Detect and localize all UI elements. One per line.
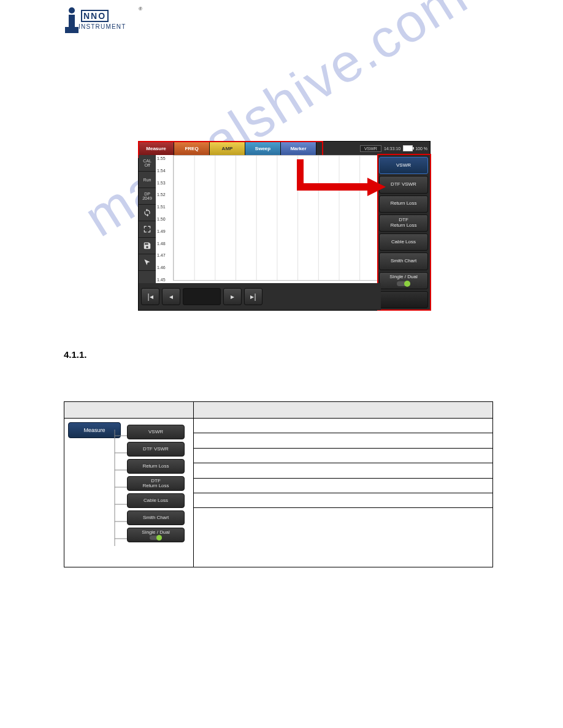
refresh-icon [143,208,151,217]
nav-bar: |◂ ◂ ▸ ▸| [139,283,381,310]
tree-item-vswr[interactable]: VSWR [127,425,185,439]
dp-status[interactable]: DP 2049 [139,188,156,205]
table-row [194,419,493,433]
table-row [194,433,493,448]
status-time: 14:33:10 [384,146,400,151]
expand-button[interactable] [139,221,156,238]
status-battery-pct: 100 % [415,146,427,151]
table-row [194,508,493,567]
last-icon: ▸| [250,292,256,301]
tab-sweep[interactable]: Sweep [245,142,281,155]
table-menu-cell: Measure VSWR DTF VSWR Return Loss DTF Re… [64,419,194,567]
top-tab-bar: Measure FREQ AMP Sweep Marker VSWR 14:33… [139,142,430,155]
section-number: 4.1.1. [64,349,87,360]
run-button[interactable]: Run [139,172,156,188]
table-row [194,478,493,493]
tree-item-return-loss[interactable]: Return Loss [127,459,185,474]
tab-measure[interactable]: Measure [139,142,174,155]
brand-logo: NNO ® INSTRUMENT [66,6,140,34]
cal-status[interactable]: CAL Off [139,155,156,172]
menu-description-table: Measure VSWR DTF VSWR Return Loss DTF Re… [64,401,493,567]
toggle-icon [150,536,162,540]
cursor-icon [143,258,151,267]
refresh-button[interactable] [139,205,156,221]
menu-btn-cable-loss[interactable]: Cable Loss [379,233,428,251]
table-row [194,463,493,478]
tree-item-dtf-return-loss[interactable]: DTF Return Loss [127,476,185,491]
chart-grid [173,155,381,281]
status-bar: VSWR 14:33:10 100 % [358,142,430,155]
table-header-menu [64,402,194,419]
table-row [194,448,493,463]
tree-item-dtf-vswr[interactable]: DTF VSWR [127,442,185,457]
tab-freq[interactable]: FREQ [174,142,210,155]
first-icon: |◂ [147,292,153,301]
toggle-icon [397,281,410,286]
table-row [194,493,493,507]
expand-icon [143,225,151,233]
menu-btn-blank [379,291,428,308]
menu-btn-vswr[interactable]: VSWR [379,157,428,174]
menu-btn-smith-chart[interactable]: Smith Chart [379,252,428,270]
menu-btn-dtf-return-loss[interactable]: DTF Return Loss [379,214,428,232]
tab-amp[interactable]: AMP [210,142,245,155]
right-menu: VSWR DTF VSWR Return Loss DTF Return Los… [377,155,430,310]
chart-area: 1.55 1.54 1.53 1.52 1.51 1.50 1.49 1.48 … [156,155,381,288]
y-axis-labels: 1.55 1.54 1.53 1.52 1.51 1.50 1.49 1.48 … [156,155,173,283]
menu-btn-return-loss[interactable]: Return Loss [379,195,428,213]
table-header-desc [194,402,493,419]
cursor-button[interactable] [139,254,156,271]
logo-text-top: NNO [81,10,109,22]
next-icon: ▸ [231,292,234,301]
status-mode: VSWR [360,145,381,152]
left-toolbar: CAL Off Run DP 2049 [139,155,156,288]
device-screenshot: Measure FREQ AMP Sweep Marker VSWR 14:33… [138,141,429,309]
save-button[interactable] [139,238,156,254]
menu-btn-dtf-vswr[interactable]: DTF VSWR [379,176,428,193]
menu-btn-single-dual[interactable]: Single / Dual [379,272,428,289]
tab-marker[interactable]: Marker [281,142,316,155]
nav-prev-button[interactable]: ◂ [162,288,180,305]
nav-spacer [183,288,221,305]
tree-item-single-dual[interactable]: Single / Dual [127,528,185,542]
save-icon [143,241,151,250]
tree-item-cable-loss[interactable]: Cable Loss [127,493,185,508]
nav-next-button[interactable]: ▸ [223,288,242,305]
tree-item-smith-chart[interactable]: Smith Chart [127,510,185,525]
registered-icon: ® [139,6,142,12]
battery-icon [403,145,413,151]
logo-text-bottom: INSTRUMENT [79,23,126,30]
nav-first-button[interactable]: |◂ [141,288,159,305]
logo-i-glyph [66,6,79,34]
prev-icon: ◂ [169,292,173,301]
nav-last-button[interactable]: ▸| [244,288,262,305]
